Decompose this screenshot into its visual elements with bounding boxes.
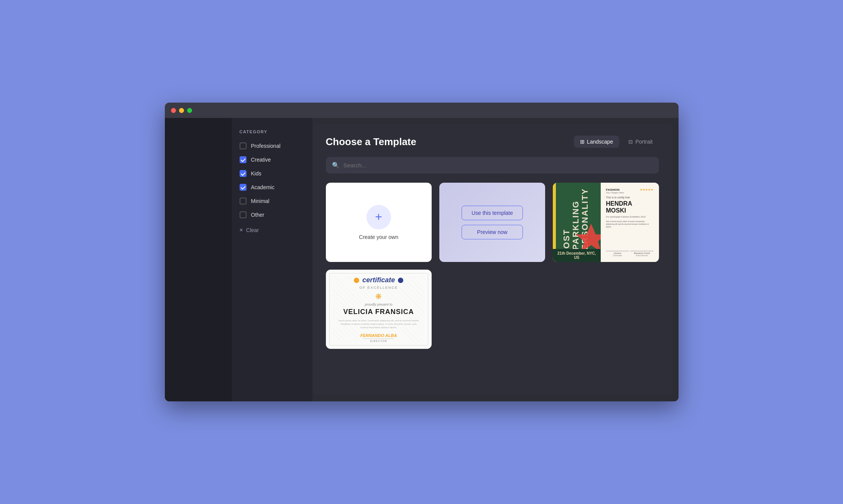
portrait-button[interactable]: ⊟ Portrait bbox=[622, 136, 659, 148]
nav-sidebar bbox=[165, 118, 232, 401]
clear-label: Clear bbox=[246, 227, 259, 233]
browser-content: CATEGORY Professional Creative Kids Acad… bbox=[165, 118, 679, 401]
filter-item-academic[interactable]: Academic bbox=[240, 184, 305, 191]
close-button[interactable] bbox=[171, 108, 176, 113]
cert-snowflake-icon: ❋ bbox=[375, 292, 382, 301]
cert-dot-blue bbox=[398, 278, 403, 283]
clear-button[interactable]: × Clear bbox=[240, 225, 305, 235]
certificate-template-card[interactable]: certificate OF EXCELLENCE ❋ proudly pres… bbox=[326, 270, 432, 349]
fashion-for-text: For participate Fashion Exhibition 2021 bbox=[606, 215, 654, 218]
fashion-date-bar: 21th December, NYC, US bbox=[553, 249, 600, 262]
sig1-role: Committee bbox=[606, 254, 629, 257]
cert-dot-orange bbox=[354, 278, 359, 283]
fashion-template-card[interactable]: MOST SPARKLING PERSONALITY 21th December… bbox=[553, 183, 659, 262]
maximize-button[interactable] bbox=[187, 108, 192, 113]
category-heading: CATEGORY bbox=[240, 129, 305, 134]
create-own-label: Create your own bbox=[359, 234, 398, 240]
cert-presented: proudly present to bbox=[365, 303, 393, 306]
use-template-button[interactable]: Use this template bbox=[462, 206, 523, 220]
fashion-brand: FASHION bbox=[606, 188, 624, 191]
cert-header-row: certificate bbox=[354, 276, 403, 284]
filter-label-kids: Kids bbox=[251, 170, 261, 177]
fashion-left-panel: MOST SPARKLING PERSONALITY 21th December… bbox=[553, 183, 600, 262]
filter-label-professional: Professional bbox=[251, 143, 281, 149]
search-bar: 🔍 bbox=[326, 157, 659, 173]
filter-item-professional[interactable]: Professional bbox=[240, 142, 305, 149]
checkbox-other[interactable] bbox=[240, 211, 246, 218]
fashion-footer: Jessica Committee Benjamin Frank Event D… bbox=[606, 251, 654, 257]
svg-marker-0 bbox=[576, 224, 601, 252]
cert-body: Lorem ipsum dolor sit amet, consectetur … bbox=[334, 319, 424, 329]
fashion-name: HENDRA MOSKI bbox=[606, 200, 654, 214]
sig2-role: Event Director bbox=[630, 254, 653, 257]
fashion-right-panel: FASHION Your Slogan Here ★★★★★ This is t… bbox=[601, 183, 659, 262]
filter-panel: CATEGORY Professional Creative Kids Acad… bbox=[232, 118, 312, 401]
filter-label-minimal: Minimal bbox=[251, 198, 269, 204]
sig-block-2: Benjamin Frank Event Director bbox=[630, 251, 653, 257]
search-icon: 🔍 bbox=[332, 162, 340, 169]
fashion-template-inner: MOST SPARKLING PERSONALITY 21th December… bbox=[553, 183, 659, 262]
landscape-button[interactable]: ⊞ Landscape bbox=[574, 136, 620, 148]
view-buttons: ⊞ Landscape ⊟ Portrait bbox=[574, 136, 659, 148]
landscape-label: Landscape bbox=[587, 139, 613, 145]
portrait-icon: ⊟ bbox=[628, 139, 633, 145]
filter-label-other: Other bbox=[251, 212, 265, 218]
search-input[interactable] bbox=[343, 162, 653, 169]
cert-of-excellence: OF EXCELLENCE bbox=[359, 286, 398, 290]
landscape-icon: ⊞ bbox=[580, 139, 585, 145]
portrait-label: Portrait bbox=[635, 139, 652, 145]
cert-sig-role: Director bbox=[370, 340, 387, 342]
checkbox-creative[interactable] bbox=[240, 156, 246, 163]
filter-item-creative[interactable]: Creative bbox=[240, 156, 305, 163]
fashion-body-text: Sed ut lorem ipsum dolor sit amet consec… bbox=[606, 220, 654, 228]
filter-label-academic: Academic bbox=[251, 184, 274, 190]
plus-icon: + bbox=[366, 205, 391, 229]
cert-title: certificate bbox=[362, 276, 395, 284]
sig-block-1: Jessica Committee bbox=[606, 251, 629, 257]
page-title: Choose a Template bbox=[326, 136, 416, 148]
checkbox-professional[interactable] bbox=[240, 142, 246, 149]
main-content: Choose a Template ⊞ Landscape ⊟ Portrait… bbox=[312, 124, 672, 395]
clear-icon: × bbox=[240, 227, 243, 234]
filter-item-other[interactable]: Other bbox=[240, 211, 305, 218]
browser-titlebar bbox=[165, 103, 679, 118]
fashion-brand-sub: Your Slogan Here bbox=[606, 191, 624, 194]
checkbox-kids[interactable] bbox=[240, 170, 246, 177]
cert-inner: certificate OF EXCELLENCE ❋ proudly pres… bbox=[326, 270, 431, 349]
template-hover-card[interactable]: Use this template Preview now bbox=[439, 183, 545, 262]
templates-grid: + Create your own Use this template Prev… bbox=[326, 183, 659, 349]
preview-now-button[interactable]: Preview now bbox=[462, 225, 523, 239]
fashion-date: 21th December, NYC, US bbox=[556, 251, 597, 260]
cert-sig-row: FERNANDO ALBA Director bbox=[360, 333, 397, 342]
cert-sig-name: FERNANDO ALBA bbox=[360, 333, 397, 338]
checkbox-academic[interactable] bbox=[240, 184, 246, 191]
cert-sig-line bbox=[363, 339, 394, 339]
filter-item-minimal[interactable]: Minimal bbox=[240, 198, 305, 205]
minimize-button[interactable] bbox=[179, 108, 184, 113]
create-own-card[interactable]: + Create your own bbox=[326, 183, 432, 262]
cert-recipient-name: VELICIA FRANSICA bbox=[343, 308, 414, 316]
filter-item-kids[interactable]: Kids bbox=[240, 170, 305, 177]
certify-text: This is to certify that bbox=[606, 196, 654, 199]
stars-row: ★★★★★ bbox=[640, 188, 653, 191]
browser-window: CATEGORY Professional Creative Kids Acad… bbox=[165, 103, 679, 401]
main-header: Choose a Template ⊞ Landscape ⊟ Portrait bbox=[326, 136, 659, 148]
checkbox-minimal[interactable] bbox=[240, 198, 246, 205]
fashion-right-header: FASHION Your Slogan Here ★★★★★ bbox=[606, 188, 654, 194]
filter-label-creative: Creative bbox=[251, 157, 271, 163]
